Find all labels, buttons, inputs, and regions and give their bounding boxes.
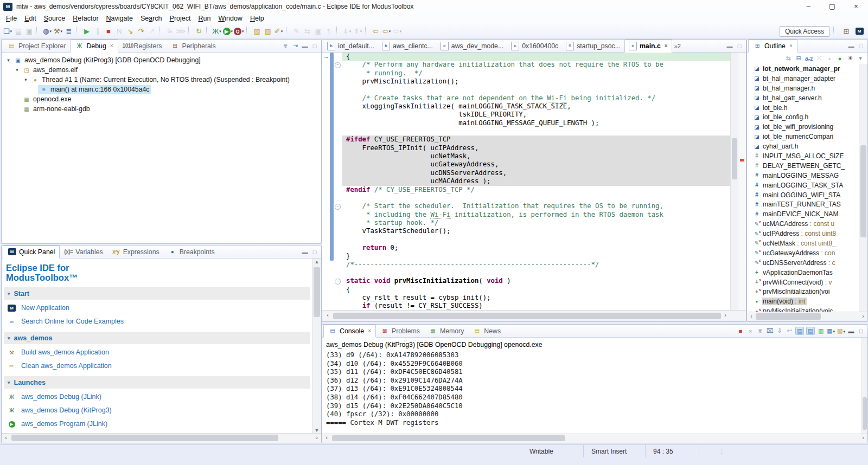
word-wrap-icon[interactable]: ↩ (786, 327, 793, 334)
close-icon[interactable]: × (844, 0, 868, 13)
menu-project[interactable]: Project (166, 15, 195, 22)
maximize-icon[interactable]: □ (857, 328, 865, 334)
console-hscrollbar[interactable]: ‹ › (322, 434, 867, 443)
pin-console-icon[interactable]: ▤ (795, 327, 804, 335)
back-icon[interactable]: ⇦▾ (382, 26, 392, 37)
resume-icon[interactable]: ▶ (82, 26, 92, 37)
expander-icon[interactable]: ▾ (22, 77, 29, 82)
step-return-icon[interactable]: ↗ (147, 26, 157, 37)
previous-annotation-icon[interactable]: ⇞▾ (353, 26, 363, 37)
maximize-icon[interactable]: □ (857, 43, 865, 49)
close-icon[interactable]: × (665, 43, 668, 49)
tab-main-c[interactable]: cmain.c× (624, 40, 672, 53)
tab-registers[interactable]: 1010Registers (118, 40, 167, 52)
hide-static-icon[interactable]: ₛ (826, 55, 833, 62)
hide-inactive-icon[interactable]: ✳ (846, 55, 854, 62)
outline-item[interactable]: ●main(void) : int (747, 296, 859, 306)
show-on-stderr-icon[interactable]: ▥ (817, 327, 825, 334)
open-console-icon[interactable]: ▧▾ (837, 327, 845, 334)
menu-search[interactable]: Search (137, 15, 166, 22)
outline-item[interactable]: ◪iot_ble_wifi_provisioning (747, 122, 859, 132)
modustoolbox-perspective-icon[interactable]: M (854, 26, 864, 37)
save-all-icon[interactable]: ▣ (24, 26, 34, 37)
expander-icon[interactable]: ▾ (14, 67, 21, 73)
outline-item[interactable]: +sprvWifiConnect(void) : v (747, 277, 859, 287)
tab-outline[interactable]: ⊞ Outline × (748, 40, 797, 53)
menu-run[interactable]: Run (194, 15, 214, 22)
scroll-up-icon[interactable]: ▲ (312, 259, 321, 264)
maximize-icon[interactable]: □ (736, 43, 743, 49)
quick-access-button[interactable]: Quick Access (780, 26, 829, 37)
tab-breakpoints[interactable]: ●Breakpoints (164, 246, 219, 258)
tab-memory[interactable]: ▦Memory (424, 325, 468, 337)
tree-item[interactable]: ▦arm-none-eabi-gdb (2, 104, 321, 114)
close-icon[interactable]: × (110, 43, 113, 49)
tab-peripherals[interactable]: ⊞Peripherals (167, 40, 220, 52)
minimize-icon[interactable]: ▬ (726, 43, 733, 49)
save-icon[interactable]: ▤ (14, 26, 23, 37)
display-selected-console-icon[interactable]: ▦▾ (827, 327, 835, 334)
menu-refactor[interactable]: Refactor (69, 15, 102, 22)
tab-iot-default[interactable]: hiot_default... (323, 40, 378, 52)
tree-item[interactable]: ▾◳aws_demos.elf (2, 65, 321, 75)
outline-item[interactable]: ✎cucGatewayAddress : con (747, 248, 859, 258)
disconnect-icon[interactable]: N (114, 26, 124, 37)
search-icon[interactable]: ✐▾ (274, 26, 284, 37)
scroll-right-icon[interactable]: › (859, 313, 867, 319)
tree-item[interactable]: ▾▣aws_demos Debug (KitProg3) [GDB OpenOC… (2, 55, 321, 65)
quick-panel-vscrollbar[interactable]: ▲ ▼ (312, 259, 321, 434)
fold-collapse-icon[interactable]: − (335, 279, 341, 285)
link-aws-demos-debug-jlink[interactable]: Жaws_demos Debug (JLink) (2, 390, 312, 403)
terminate-icon[interactable]: ■ (737, 328, 744, 334)
outline-item[interactable]: #mainLOGGING_TASK_STA (747, 180, 859, 190)
tab-variables[interactable]: (x)=Variables (60, 246, 107, 258)
overview-ruler[interactable] (738, 53, 746, 311)
outline-item[interactable]: #mainLOGGING_MESSAG (747, 171, 859, 180)
debug-icon[interactable]: Ж▾ (212, 26, 222, 37)
editor-tab-overflow[interactable]: »2 (674, 43, 681, 49)
fold-collapse-icon[interactable]: − (335, 62, 341, 68)
step-over-icon[interactable]: ↷ (136, 26, 146, 37)
clear-console-icon[interactable]: ⌧ (766, 327, 774, 334)
outline-item[interactable]: ✎cucIPAddress : const uint8 (747, 229, 859, 238)
menu-edit[interactable]: Edit (21, 15, 40, 22)
pin-editor-icon[interactable]: ▣ (314, 26, 323, 37)
maximize-icon[interactable]: □ (311, 249, 318, 255)
outline-vscrollbar[interactable] (859, 64, 867, 312)
terminate-icon[interactable]: ■ (104, 26, 113, 37)
section-header-start[interactable]: ▾Start (4, 287, 310, 300)
menu-window[interactable]: Window (214, 15, 246, 22)
tab-news[interactable]: ▤News (468, 325, 505, 337)
scroll-right-icon[interactable]: › (859, 434, 867, 441)
step-into-icon[interactable]: ↘ (125, 26, 135, 37)
outline-item[interactable]: #mainLOGGING_WIFI_STA (747, 190, 859, 200)
new-wizard-icon[interactable]: ❏▾ (3, 26, 12, 37)
show-whitespace-icon[interactable]: ¶ (324, 26, 334, 37)
link-clean-aws-demos-application[interactable]: ✑Clean aws_demos Application (2, 359, 312, 372)
outline-item[interactable]: +sprvMiscInitialization(voi (747, 287, 859, 296)
scroll-right-icon[interactable]: › (721, 312, 730, 318)
collapse-all-icon[interactable]: ⊟ (795, 55, 802, 62)
open-resource-icon[interactable]: ▧ (263, 26, 273, 37)
outline-item[interactable]: ✎cucNetMask : const uint8_ (747, 238, 859, 248)
outline-item[interactable]: ◪cyhal_uart.h (747, 141, 859, 151)
outline-item[interactable]: ◪iot_ble.h (747, 103, 859, 113)
tab-console[interactable]: ▤Console× (323, 325, 376, 338)
section-header-launches[interactable]: ▾Launches (4, 376, 310, 389)
show-public-icon[interactable]: ● (836, 55, 844, 62)
minimize-icon[interactable]: ▬ (301, 43, 309, 49)
focus-icon[interactable]: ⇥ (291, 42, 299, 49)
hide-fields-icon[interactable]: ⤫ (815, 55, 823, 62)
annotation-ruler[interactable]: → (322, 53, 330, 311)
last-edit-location-icon[interactable]: ✎ (292, 26, 302, 37)
menu-source[interactable]: Source (40, 15, 69, 22)
fold-collapse-icon[interactable]: − (335, 204, 341, 210)
restart-icon[interactable]: ↻ (194, 26, 204, 37)
menu-help[interactable]: Help (246, 15, 268, 22)
outline-item[interactable]: #mainTEST_RUNNER_TAS (747, 199, 859, 209)
instruction-stepping-icon[interactable]: ≋ (165, 26, 175, 37)
modustoolbox-tools-icon[interactable]: ◍▾ (42, 26, 52, 37)
outline-item[interactable]: #DELAY_BETWEEN_GETC_ (747, 161, 859, 171)
tab-startup-psoc[interactable]: Sstartup_psoc... (562, 40, 624, 52)
outline-list[interactable]: ◪iot_network_manager_pr◪bt_hal_manager_a… (747, 64, 859, 312)
